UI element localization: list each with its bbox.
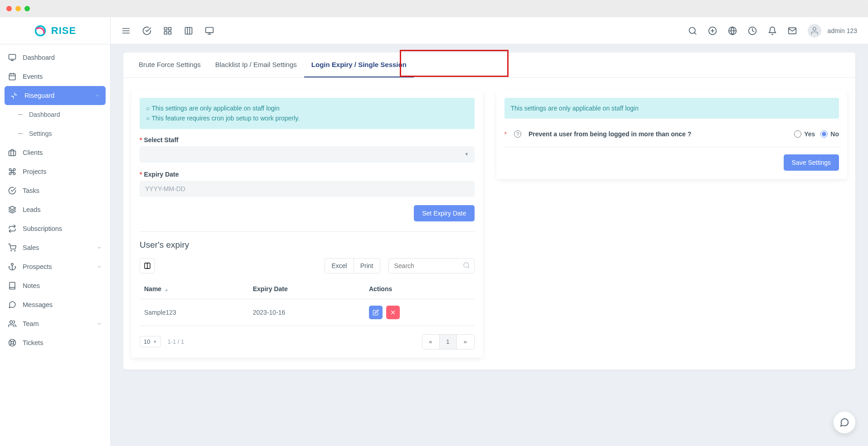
col-expiry[interactable]: Expiry Date: [248, 279, 364, 299]
pager-page-1[interactable]: 1: [440, 335, 457, 349]
info-message: This settings are only applicable on sta…: [504, 98, 839, 119]
message-icon: [8, 301, 16, 309]
select-staff-dropdown[interactable]: ▼: [140, 146, 475, 163]
menu-icon[interactable]: [121, 26, 131, 35]
pager-last[interactable]: »: [457, 335, 474, 349]
settings-tabs: Brute Force Settings Blacklist Ip / Emai…: [123, 53, 855, 78]
globe-icon[interactable]: [728, 26, 737, 35]
avatar[interactable]: [808, 24, 821, 38]
pager-first[interactable]: «: [422, 335, 440, 349]
topbar: admin 123: [111, 17, 868, 44]
nav-projects[interactable]: Projects: [0, 162, 110, 181]
task-check-icon[interactable]: [142, 26, 151, 35]
nav-riseguard-settings[interactable]: Settings: [0, 124, 110, 143]
cell-name: Sample123: [140, 299, 248, 326]
help-icon[interactable]: ?: [514, 130, 521, 138]
chevron-down-icon: [97, 321, 102, 326]
command-icon: [8, 168, 16, 176]
mail-icon[interactable]: [788, 26, 797, 35]
minimize-icon: [10, 91, 18, 100]
page-size-select[interactable]: 10▼: [140, 336, 161, 347]
nav-subscriptions[interactable]: Subscriptions: [0, 219, 110, 238]
delete-row-button[interactable]: [386, 306, 400, 319]
radio-no[interactable]: No: [820, 130, 839, 138]
chevron-down-icon: ▼: [153, 340, 157, 344]
nav-prospects[interactable]: Prospects: [0, 257, 110, 276]
svg-line-47: [468, 267, 469, 268]
nav-messages[interactable]: Messages: [0, 295, 110, 314]
users-expiry-title: User's expiry: [140, 240, 475, 250]
chevron-down-icon: [97, 264, 102, 269]
bell-icon[interactable]: [768, 26, 777, 35]
tab-brute-force[interactable]: Brute Force Settings: [131, 53, 208, 77]
svg-rect-4: [9, 74, 15, 80]
set-expiry-button[interactable]: Set Expiry Date: [414, 205, 474, 221]
expiry-date-label: *Expiry Date: [140, 171, 475, 178]
briefcase-icon: [8, 149, 16, 157]
save-settings-button[interactable]: Save Settings: [784, 154, 839, 171]
chevron-down-icon: ▼: [465, 152, 469, 157]
logo-icon: [34, 24, 47, 37]
edit-row-button[interactable]: [369, 306, 383, 319]
chat-fab[interactable]: [834, 412, 855, 433]
col-name[interactable]: Name▲: [140, 279, 248, 299]
table-search-input[interactable]: [388, 258, 475, 273]
svg-line-18: [13, 344, 15, 345]
nav-clients[interactable]: Clients: [0, 143, 110, 162]
nav-leads[interactable]: Leads: [0, 200, 110, 219]
columns-icon[interactable]: [184, 26, 193, 35]
dash-icon: [18, 114, 23, 115]
export-print-button[interactable]: Print: [354, 258, 380, 273]
browser-chrome: [0, 0, 868, 17]
svg-line-17: [10, 340, 11, 342]
nav-dashboard[interactable]: Dashboard: [0, 48, 110, 67]
users-expiry-table: Name▲ Expiry Date Actions Sample123 2023…: [140, 279, 475, 326]
info-message: ○This settings are only applicable on st…: [140, 98, 475, 129]
single-session-panel: This settings are only applicable on sta…: [496, 90, 848, 179]
window-close-dot[interactable]: [6, 6, 12, 11]
nav-sales[interactable]: Sales: [0, 238, 110, 257]
monitor-icon[interactable]: [205, 26, 214, 35]
nav-tasks[interactable]: Tasks: [0, 181, 110, 200]
svg-line-35: [694, 32, 696, 34]
svg-rect-31: [206, 27, 213, 33]
svg-point-11: [15, 250, 15, 251]
svg-line-20: [10, 344, 11, 345]
radio-yes[interactable]: Yes: [794, 130, 815, 138]
logo[interactable]: RISE: [0, 17, 110, 44]
nav-notes[interactable]: Notes: [0, 276, 110, 295]
nav-riseguard[interactable]: Riseguard: [5, 86, 106, 105]
table-row: Sample123 2023-10-16: [140, 299, 475, 326]
svg-line-19: [13, 340, 15, 342]
grid-icon[interactable]: [163, 26, 172, 35]
pager: « 1 »: [422, 334, 475, 350]
clock-icon[interactable]: [748, 26, 757, 35]
chevron-up-icon: [95, 93, 100, 98]
nav-events[interactable]: Events: [0, 67, 110, 86]
tab-blacklist[interactable]: Blacklist Ip / Email Settings: [208, 53, 304, 77]
message-icon: [839, 417, 849, 427]
check-circle-icon: [8, 187, 16, 195]
svg-rect-8: [9, 151, 16, 156]
columns-toggle-button[interactable]: [140, 258, 155, 273]
nav-riseguard-dashboard[interactable]: Dashboard: [0, 105, 110, 124]
svg-rect-28: [185, 27, 192, 34]
window-minimize-dot[interactable]: [15, 6, 21, 11]
svg-point-43: [813, 27, 816, 30]
user-name[interactable]: admin 123: [828, 27, 857, 34]
nav-tickets[interactable]: Tickets: [0, 333, 110, 352]
svg-rect-25: [169, 27, 171, 30]
window-maximize-dot[interactable]: [24, 6, 30, 11]
close-icon: [390, 309, 396, 316]
nav-team[interactable]: Team: [0, 314, 110, 333]
logo-text: RISE: [51, 25, 76, 37]
svg-point-14: [10, 321, 13, 323]
export-excel-button[interactable]: Excel: [325, 258, 353, 273]
plus-circle-icon[interactable]: [708, 26, 717, 35]
book-icon: [8, 282, 16, 290]
columns-icon: [144, 262, 151, 269]
tab-login-expiry[interactable]: Login Expiry / Single Session: [304, 53, 414, 77]
search-icon[interactable]: [688, 26, 697, 35]
svg-point-10: [11, 250, 12, 251]
expiry-date-input[interactable]: [140, 181, 475, 197]
